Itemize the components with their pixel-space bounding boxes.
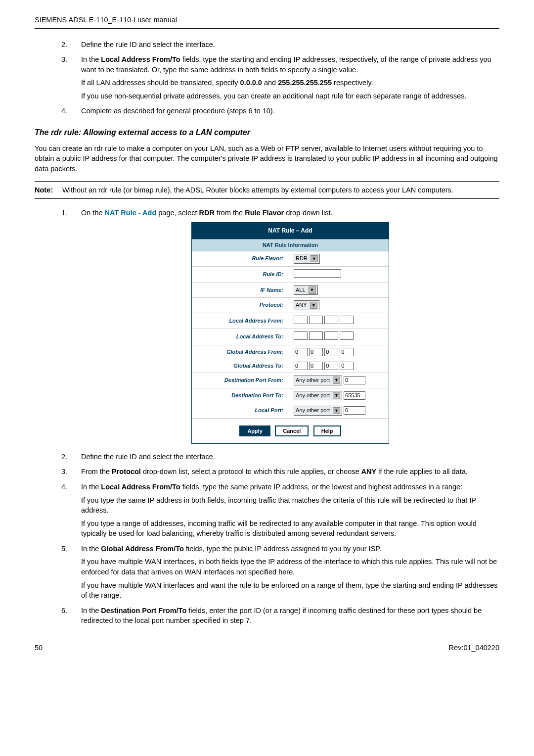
field-value: 0 0 0 0 [290, 359, 389, 373]
field-label: Destination Port To: [192, 388, 290, 403]
item-number: 2. [61, 452, 67, 462]
ip-octet-input[interactable]: 0 [294, 348, 308, 356]
nat-rule-dialog: NAT Rule – Add NAT Rule Information Rule… [191, 222, 389, 444]
port-input[interactable]: 0 [344, 406, 365, 415]
select-value: RDR [296, 255, 308, 263]
page-header: SIEMENS ADSL E-110_E-110-I user manual [35, 15, 499, 29]
item-text: Define the rule ID and select the interf… [81, 452, 499, 462]
chevron-down-icon: ▼ [333, 392, 340, 399]
bold-text: Destination Port From/To [101, 607, 186, 614]
item-number: 4. [61, 106, 67, 116]
sub-paragraph: If all LAN addresses should be translate… [81, 78, 499, 88]
text-span: In the [81, 607, 101, 614]
text-span: page, select [156, 209, 199, 217]
field-label: Destination Port From: [192, 373, 290, 388]
item-text: Complete as described for general proced… [81, 106, 499, 116]
ip-octet-input[interactable] [294, 316, 308, 324]
bold-text: Rule Flavor [245, 209, 284, 217]
field-label: Local Address From: [192, 313, 290, 329]
ip-octet-input[interactable]: 0 [309, 362, 323, 370]
dialog-section-header: NAT Rule Information [192, 239, 389, 252]
bold-text: Local Address From/To [101, 55, 180, 63]
field-label: Rule ID: [192, 266, 290, 283]
item-text: On the NAT Rule - Add page, select RDR f… [81, 208, 499, 218]
row-local-address-from: Local Address From: [192, 313, 389, 329]
chevron-down-icon: ▼ [309, 286, 316, 294]
text-span: In the [81, 483, 101, 491]
field-value: Any other port▼ 65535 [290, 388, 389, 403]
field-label: IF Name: [192, 283, 290, 298]
text-span: On the [81, 209, 105, 217]
field-label: Global Address To: [192, 359, 290, 373]
ip-octet-input[interactable]: 0 [309, 348, 323, 356]
if-name-select[interactable]: ALL▼ [294, 285, 318, 295]
ip-octet-input[interactable] [309, 331, 323, 340]
row-if-name: IF Name: ALL▼ [192, 283, 389, 298]
field-value [290, 266, 389, 283]
page-link[interactable]: NAT Rule - Add [105, 209, 157, 217]
ip-octet-input[interactable] [309, 316, 323, 324]
field-value: Any other port▼ 0 [290, 403, 389, 419]
field-label: Protocol: [192, 298, 290, 313]
bold-text: RDR [199, 209, 215, 217]
select-value: Any other port [296, 407, 330, 415]
text-span: if the rule applies to all data. [376, 468, 468, 475]
step-6: 6. In the Destination Port From/To field… [61, 606, 499, 626]
row-global-address-from: Global Address From: 0 0 0 0 [192, 345, 389, 359]
note-text: Without an rdr rule (or bimap rule), the… [62, 185, 497, 195]
text-span: drop-down list. [284, 209, 332, 217]
row-local-port: Local Port: Any other port▼ 0 [192, 403, 389, 419]
chevron-down-icon: ▼ [310, 302, 317, 309]
ip-octet-input[interactable]: 0 [340, 362, 354, 370]
rule-id-input[interactable] [294, 269, 341, 278]
item-text: In the Global Address From/To fields, ty… [81, 544, 499, 554]
steps-list: 1. On the NAT Rule - Add page, select RD… [35, 208, 499, 626]
sub-paragraph: If you have multiple WAN interfaces and … [81, 580, 499, 601]
port-input[interactable]: 0 [344, 376, 365, 384]
bold-text: 255.255.255.255 [278, 79, 332, 87]
page-footer: 50 Rev:01_040220 [35, 643, 499, 653]
section-paragraph: You can create an rdr rule to make a com… [35, 143, 499, 174]
field-value: ANY▼ [290, 298, 389, 313]
ip-octet-input[interactable] [340, 316, 354, 324]
field-label: Local Port: [192, 403, 290, 419]
rule-flavor-select[interactable]: RDR▼ [294, 254, 320, 264]
bold-text: Local Address From/To [101, 483, 180, 491]
ip-octet-input[interactable]: 0 [294, 362, 308, 370]
item-number: 3. [61, 54, 67, 65]
row-dest-port-to: Destination Port To: Any other port▼ 655… [192, 388, 389, 403]
ip-octet-input[interactable] [340, 331, 354, 340]
local-port-select[interactable]: Any other port▼ [294, 406, 342, 416]
field-value: RDR▼ [290, 251, 389, 266]
ip-octet-input[interactable]: 0 [324, 362, 338, 370]
dialog-buttons: Apply Cancel Help [192, 419, 389, 443]
apply-button[interactable]: Apply [239, 425, 270, 436]
ip-octet-input[interactable] [324, 316, 338, 324]
item-number: 6. [61, 606, 67, 616]
item-number: 4. [61, 482, 67, 492]
port-input[interactable]: 65535 [344, 391, 365, 400]
dest-port-from-select[interactable]: Any other port▼ [294, 376, 342, 385]
help-button[interactable]: Help [313, 425, 341, 436]
ip-octet-input[interactable]: 0 [324, 348, 338, 356]
chevron-down-icon: ▼ [333, 407, 340, 415]
ip-octet-input[interactable]: 0 [340, 348, 354, 356]
chevron-down-icon: ▼ [333, 377, 340, 384]
ip-octet-input[interactable] [324, 331, 338, 340]
item-number: 2. [61, 40, 67, 50]
dest-port-to-select[interactable]: Any other port▼ [294, 391, 342, 401]
item-text: In the Local Address From/To fields, typ… [81, 54, 499, 75]
text-span: drop-down list, select a protocol to whi… [141, 468, 361, 475]
sub-paragraph: If you type the same IP address in both … [81, 495, 499, 516]
bold-text: ANY [361, 468, 377, 475]
ip-octet-input[interactable] [294, 331, 308, 340]
row-rule-flavor: Rule Flavor: RDR▼ [192, 251, 389, 266]
field-label: Global Address From: [192, 345, 290, 359]
cancel-button[interactable]: Cancel [275, 425, 309, 436]
protocol-select[interactable]: ANY▼ [294, 300, 319, 310]
section-heading: The rdr rule: Allowing external access t… [35, 127, 499, 139]
field-label: Rule Flavor: [192, 251, 290, 266]
row-local-address-to: Local Address To: [192, 329, 389, 345]
sub-paragraph: If you use non-sequential private addres… [81, 91, 499, 101]
text-span: In the [81, 55, 101, 63]
